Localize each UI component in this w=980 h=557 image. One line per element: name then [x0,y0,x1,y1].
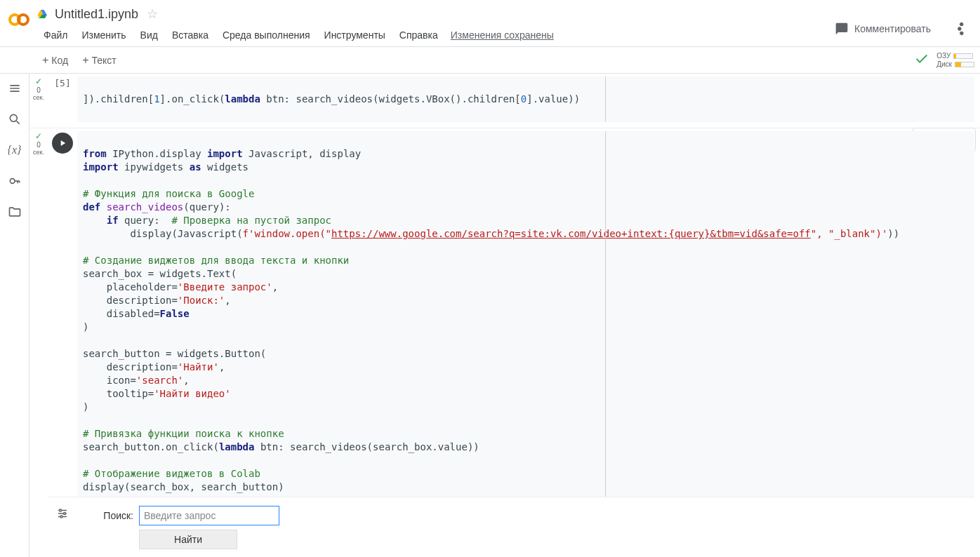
cell1-exec-unit: сек. [33,94,44,101]
save-status[interactable]: Изменения сохранены [451,29,554,41]
cell2-status-check-icon: ✓ [35,131,42,141]
add-text-button[interactable]: + Текст [75,52,124,69]
add-code-button[interactable]: + Код [35,52,75,69]
menu-help[interactable]: Справка [392,25,445,45]
search-widget-input[interactable] [139,506,279,525]
plus-icon: + [42,55,48,66]
svg-point-4 [10,179,15,184]
ram-label: ОЗУ [936,52,951,60]
menu-insert[interactable]: Вставка [165,25,216,45]
ram-bar [953,53,973,59]
share-button[interactable] [949,17,970,41]
svg-point-13 [60,516,62,518]
svg-point-11 [60,509,62,511]
star-icon[interactable]: ☆ [147,6,158,22]
svg-point-2 [10,114,17,121]
menu-runtime[interactable]: Среда выполнения [216,25,317,45]
comment-button[interactable]: Комментировать [828,18,938,40]
resource-meters[interactable]: ОЗУ Диск [936,52,974,68]
output-settings-icon[interactable] [56,507,69,556]
cell2-exec-unit: сек. [33,149,44,156]
comment-label: Комментировать [854,23,931,34]
cell1-exec-time: 0 [37,86,41,94]
cell1-prompt: [5] [54,78,70,88]
search-widget-label: Поиск: [83,510,139,521]
search-icon[interactable] [7,112,22,127]
svg-line-3 [16,121,19,124]
drive-icon [37,8,49,20]
secrets-icon[interactable] [7,173,22,189]
colab-logo [6,7,31,32]
disk-label: Диск [936,60,952,68]
menu-tools[interactable]: Инструменты [317,25,392,45]
plus-icon: + [82,55,88,66]
connection-check-icon[interactable] [914,51,929,69]
document-title[interactable]: Untitled1.ipynb [55,7,138,22]
cell2-exec-time: 0 [37,141,41,149]
variables-icon[interactable]: {x} [7,142,22,158]
search-widget-button[interactable]: Найти [139,530,237,549]
menu-file[interactable]: Файл [37,25,74,45]
menu-edit[interactable]: Изменить [74,25,133,45]
add-text-label: Текст [92,55,117,66]
disk-bar [955,62,974,67]
run-cell-button[interactable] [52,133,73,154]
cell1-status-check-icon: ✓ [35,76,42,86]
files-icon[interactable] [7,204,22,220]
toc-icon[interactable] [7,81,22,96]
cell1-code[interactable]: ]).children[1].on_click(lambda btn: sear… [77,76,974,122]
svg-point-12 [64,513,66,515]
add-code-label: Код [51,55,68,66]
menu-view[interactable]: Вид [133,25,165,45]
cell2-code[interactable]: from IPython.display import Javascript, … [77,131,974,497]
